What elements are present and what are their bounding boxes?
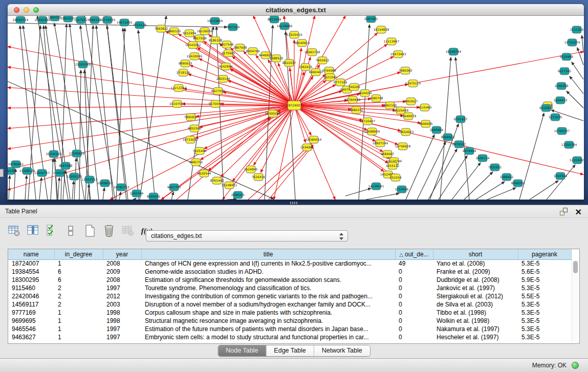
graph-node[interactable]: 1640954	[430, 126, 444, 134]
table-cell[interactable]: 1	[54, 317, 103, 325]
graph-edge[interactable]	[567, 91, 583, 108]
table-settings-icon[interactable]	[8, 224, 21, 237]
graph-node[interactable]: 9860125	[167, 28, 181, 35]
graph-node[interactable]: 1093544	[554, 172, 568, 180]
tab-network-table[interactable]: Network Table	[314, 345, 370, 356]
graph-node[interactable]: 2690101	[231, 191, 245, 199]
graph-node[interactable]: 18724007	[287, 101, 302, 110]
graph-node[interactable]: 20206505	[46, 150, 62, 158]
table-cell[interactable]: 0	[395, 276, 433, 284]
graph-node[interactable]: 2087682	[364, 16, 378, 23]
graph-edge[interactable]	[519, 113, 544, 200]
table-cell[interactable]: 9465546	[8, 325, 54, 333]
table-cell[interactable]: 5.5E-5	[518, 292, 571, 300]
table-cell[interactable]: Franke et al. (2009)	[433, 268, 518, 276]
graph-edge[interactable]	[294, 48, 301, 105]
table-cell[interactable]: 5.3E-5	[518, 317, 571, 325]
graph-node[interactable]: 10756928	[395, 143, 411, 150]
table-row[interactable]: 911546021997Tourette syndrome. Phenomeno…	[8, 284, 571, 292]
graph-node[interactable]: 12103455	[570, 157, 584, 164]
graph-edge[interactable]	[58, 178, 59, 200]
graph-node[interactable]: 18226058	[197, 28, 213, 35]
table-cell[interactable]: 2008	[103, 276, 141, 284]
graph-edge[interactable]	[8, 105, 294, 108]
graph-node[interactable]: 16033809	[207, 17, 223, 25]
table-cell[interactable]: 5.3E-5	[518, 333, 571, 341]
graph-node[interactable]: 746266	[349, 83, 360, 91]
table-cell[interactable]: 2	[54, 300, 103, 309]
graph-node[interactable]: 9482751	[189, 159, 203, 166]
graph-node[interactable]: 11355784	[561, 141, 577, 148]
graph-node[interactable]: 12975115	[405, 80, 421, 87]
graph-node[interactable]: 7857224	[226, 24, 240, 31]
column-header-year[interactable]: year	[103, 249, 141, 259]
graph-node[interactable]: 1111325	[570, 26, 584, 33]
table-cell[interactable]: de Silva et al. (2003)	[433, 300, 518, 309]
graph-edge[interactable]	[577, 48, 583, 65]
graph-node[interactable]: 1271035	[549, 114, 562, 121]
graph-node[interactable]: 9227341	[558, 68, 572, 75]
graph-edge[interactable]	[138, 30, 155, 200]
graph-edge[interactable]	[8, 105, 294, 128]
table-selector-dropdown[interactable]: citations_edges.txt	[146, 230, 348, 242]
table-cell[interactable]: 22420046	[8, 292, 54, 300]
graph-edge[interactable]	[103, 188, 104, 200]
graph-node[interactable]: 1753426	[395, 186, 409, 193]
graph-node[interactable]: 7515526	[133, 21, 147, 29]
graph-node[interactable]: 8813054	[268, 16, 281, 23]
graph-node[interactable]: 15720407	[360, 118, 376, 125]
table-cell[interactable]: 0	[395, 284, 433, 292]
graph-edge[interactable]	[106, 16, 128, 200]
graph-edge[interactable]	[123, 28, 139, 200]
column-header-name[interactable]: name	[8, 249, 54, 259]
graph-node[interactable]: 9175685	[222, 50, 235, 57]
table-cell[interactable]: 18300295	[8, 276, 54, 284]
graph-node[interactable]: 19384554	[306, 136, 322, 143]
graph-edge[interactable]	[85, 26, 93, 200]
graph-edge[interactable]	[547, 165, 575, 200]
graph-node[interactable]: 18807249	[373, 140, 388, 147]
table-cell[interactable]: 1998	[103, 317, 141, 325]
graph-node[interactable]: 252254	[390, 174, 402, 181]
graph-edge[interactable]	[8, 67, 294, 105]
graph-node[interactable]: 16715057	[183, 136, 199, 143]
graph-edge[interactable]	[51, 159, 53, 200]
table-cell[interactable]: 1	[54, 333, 103, 341]
graph-node[interactable]: 10719155	[100, 16, 116, 24]
table-cell[interactable]: Nakamura et al. (1997)	[433, 325, 518, 333]
graph-node[interactable]: 9684067	[381, 150, 395, 158]
graph-edge[interactable]	[345, 188, 371, 196]
scrollbar-thumb[interactable]	[573, 261, 578, 273]
table-cell[interactable]: Hescheler et al. (1997)	[433, 333, 518, 341]
table-cell[interactable]: Tourette syndrome. Phenomenology and cla…	[141, 284, 395, 292]
table-cell[interactable]: 2009	[103, 268, 141, 276]
graph-edge[interactable]	[455, 57, 469, 200]
close-panel-icon[interactable]: ✕	[575, 206, 582, 218]
graph-node[interactable]: 21364436	[345, 96, 361, 103]
graph-node[interactable]: 3624554	[358, 90, 372, 97]
graph-edge[interactable]	[119, 192, 121, 200]
table-row[interactable]: 977716911998Corpus callosum shape and si…	[8, 309, 571, 317]
table-cell[interactable]: 14569117	[8, 300, 54, 309]
graph-node[interactable]: 16543382	[185, 41, 201, 49]
column-header-title[interactable]: title	[141, 249, 395, 259]
table-cell[interactable]: Jankovic et al. (1997)	[433, 284, 518, 292]
graph-node[interactable]: 6791927	[454, 116, 468, 123]
column-header-in-degree[interactable]: in_degree	[54, 249, 103, 259]
table-cell[interactable]: 5.3E-5	[518, 325, 571, 333]
table-cell[interactable]: 1	[54, 309, 103, 317]
graph-node[interactable]: 9115460	[418, 104, 432, 111]
graph-edge[interactable]	[204, 105, 294, 149]
table-cell[interactable]: 9463627	[8, 333, 54, 341]
graph-node[interactable]: 1292344	[130, 190, 144, 197]
table-row[interactable]: 1938455462009Genome-wide association stu…	[8, 268, 571, 276]
table-cell[interactable]: Stergiakouli et al. (2012)	[433, 292, 518, 300]
graph-edge[interactable]	[135, 198, 136, 200]
table-cell[interactable]: 1998	[103, 309, 141, 317]
graph-node[interactable]: 1524845	[244, 166, 258, 173]
graph-node[interactable]: 9699695	[419, 120, 433, 127]
table-cell[interactable]: 2008	[103, 259, 141, 268]
table-cell[interactable]: 0	[395, 268, 433, 276]
graph-node[interactable]: 14785061	[8, 161, 24, 168]
table-cell[interactable]: 5.3E-5	[518, 300, 571, 309]
